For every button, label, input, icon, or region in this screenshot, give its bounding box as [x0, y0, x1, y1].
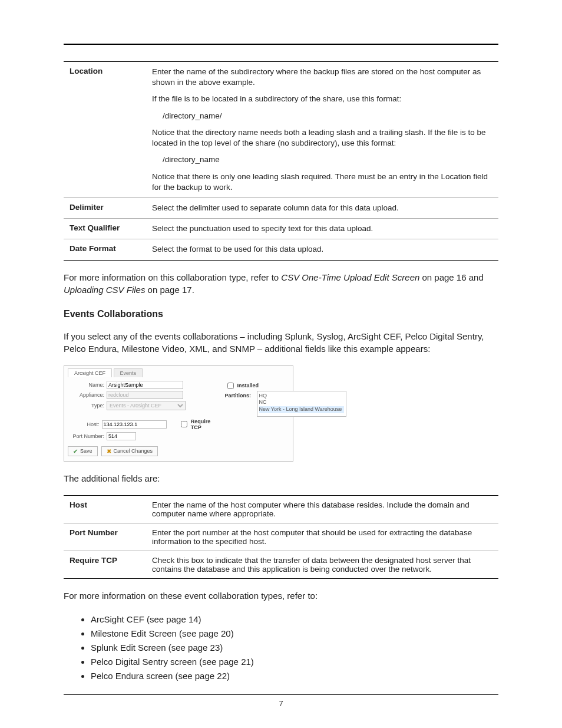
paragraph-additional-fields: The additional fields are: — [64, 472, 498, 485]
partitions-label: Partitions: — [225, 393, 252, 398]
partitions-listbox[interactable]: HQ NC New York - Long Island Warehouse — [257, 391, 346, 417]
table-row: Text Qualifier Select the punctuation us… — [64, 219, 498, 239]
check-icon: ✔ — [73, 448, 78, 454]
def-desc: Select the punctuation used to specify t… — [146, 219, 498, 239]
type-label: Type: — [68, 403, 104, 409]
references-list: ArcSight CEF (see page 14) Milestone Edi… — [91, 612, 498, 683]
cancel-icon: ✖ — [107, 448, 111, 454]
page: Location Enter the name of the subdirect… — [0, 0, 562, 728]
table-row: Delimiter Select the delimiter used to s… — [64, 197, 498, 218]
def-label: Port Number — [64, 523, 146, 551]
def-label: Location — [64, 62, 146, 198]
port-label: Port Number: — [68, 433, 104, 439]
list-item: Pelco Digital Sentry screen (see page 21… — [91, 655, 498, 669]
heading-events-collaborations: Events Collaborations — [64, 309, 498, 319]
name-label: Name: — [68, 382, 104, 388]
type-select[interactable]: Events - Arcsight CEF — [107, 401, 186, 410]
paragraph-events-intro: If you select any of the events collabor… — [64, 330, 498, 355]
figure-tabs: Arcsight CEF Events — [68, 368, 289, 377]
list-item: Pelco Endura screen (see page 22) — [91, 669, 498, 683]
def-desc: Select the delimiter used to separate co… — [146, 197, 498, 218]
paragraph-refer-events: For more information on these event coll… — [64, 589, 498, 602]
appliance-label: Appliance: — [68, 392, 104, 398]
tab-events[interactable]: Events — [114, 368, 143, 377]
def-desc: Enter the name of the host computer wher… — [146, 495, 498, 523]
def-desc: Enter the name of the subdirectory where… — [146, 62, 498, 198]
name-input[interactable] — [107, 381, 183, 389]
table-row: Location Enter the name of the subdirect… — [64, 62, 498, 198]
def-label: Require TCP — [64, 551, 146, 578]
save-button[interactable]: ✔ Save — [68, 446, 98, 456]
def-label: Host — [64, 495, 146, 523]
events-form-figure: Arcsight CEF Events Name: Appliance: Typ… — [64, 365, 293, 462]
tab-arcsight-cef[interactable]: Arcsight CEF — [68, 368, 112, 377]
list-item: Milestone Edit Screen (see page 20) — [91, 627, 498, 641]
def-desc: Enter the port number at the host comput… — [146, 523, 498, 551]
def-label: Delimiter — [64, 197, 146, 218]
host-input[interactable] — [102, 420, 167, 429]
table-row: Host Enter the name of the host computer… — [64, 495, 498, 523]
list-item: Splunk Edit Screen (see page 23) — [91, 641, 498, 655]
definitions-table-1: Location Enter the name of the subdirect… — [64, 61, 498, 261]
bottom-rule — [64, 694, 498, 695]
list-item[interactable]: New York - Long Island Warehouse — [259, 406, 344, 413]
require-tcp-checkbox[interactable]: Require TCP — [178, 419, 217, 430]
table-row: Port Number Enter the port number at the… — [64, 523, 498, 551]
table-row: Require TCP Check this box to indicate t… — [64, 551, 498, 578]
list-item[interactable]: HQ — [259, 393, 344, 400]
appliance-input[interactable] — [107, 391, 183, 399]
cancel-button[interactable]: ✖ Cancel Changes — [101, 446, 158, 456]
list-item[interactable]: NC — [259, 399, 344, 406]
list-item: ArcSight CEF (see page 14) — [91, 612, 498, 627]
port-input[interactable] — [107, 432, 136, 440]
def-desc: Check this box to indicate that the tran… — [146, 551, 498, 578]
def-desc: Select the format to be used for this da… — [146, 239, 498, 260]
installed-checkbox[interactable]: Installed — [225, 381, 325, 391]
paragraph-csv-refer: For more information on this collaborati… — [64, 271, 498, 296]
top-rule — [64, 44, 498, 45]
definitions-table-2: Host Enter the name of the host computer… — [64, 495, 498, 579]
def-label: Text Qualifier — [64, 219, 146, 239]
host-label: Host: — [68, 421, 100, 427]
def-label: Date Format — [64, 239, 146, 260]
table-row: Date Format Select the format to be used… — [64, 239, 498, 260]
page-number: 7 — [0, 699, 562, 708]
